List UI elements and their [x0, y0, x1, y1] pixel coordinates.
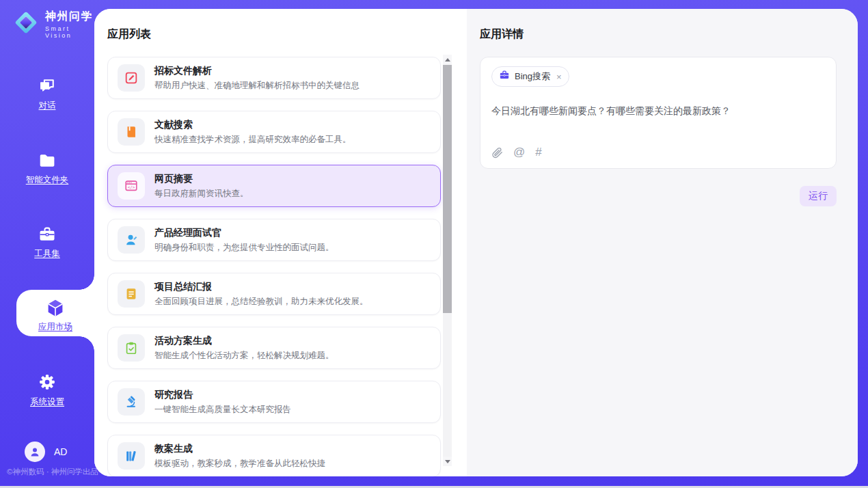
- app-card[interactable]: </>网页摘要每日政府新闻资讯快查。: [107, 165, 441, 207]
- app-card-title: 产品经理面试官: [154, 227, 334, 239]
- brand-logo: 神州问学 Smart Vision: [12, 9, 94, 39]
- sidebar-item-label: 对话: [39, 100, 56, 111]
- app-card-desc: 帮助用户快速、准确地理解和解析招标书中的关键信息: [154, 80, 360, 91]
- sidebar: 神州问学 Smart Vision 对话智能文件夹工具集应用市场系统设置 AD …: [0, 0, 94, 488]
- run-button[interactable]: 运行: [800, 186, 837, 206]
- app-card-desc: 模板驱动，教案秒成，教学准备从此轻松快捷: [154, 458, 325, 469]
- web-code-icon: </>: [118, 172, 145, 200]
- app-card-title: 文献搜索: [154, 119, 351, 131]
- app-card-desc: 明确身份和职责，为您提供专业性的面试问题。: [154, 242, 334, 253]
- sidebar-item-label: 系统设置: [30, 396, 64, 408]
- app-card[interactable]: 项目总结汇报全面回顾项目进展，总结经验教训，助力未来优化发展。: [107, 273, 441, 315]
- svg-text:</>: </>: [128, 185, 135, 189]
- brand-subtitle: Smart Vision: [45, 25, 94, 39]
- chat-icon: [0, 77, 94, 97]
- scroll-up-button[interactable]: [443, 55, 452, 64]
- folder-icon: [0, 151, 94, 172]
- brand-name: 神州问学: [45, 10, 94, 24]
- at-icon[interactable]: @: [513, 146, 525, 159]
- app-list-title: 应用列表: [107, 27, 467, 42]
- app-card[interactable]: 招标文件解析帮助用户快速、准确地理解和解析招标书中的关键信息: [107, 57, 441, 99]
- sidebar-item-label: 智能文件夹: [26, 174, 69, 186]
- app-card-desc: 一键智能生成高质量长文本研究报告: [154, 404, 291, 415]
- app-card-title: 研究报告: [154, 389, 291, 401]
- sidebar-item-chat[interactable]: 对话: [0, 77, 94, 111]
- app-card[interactable]: 教案生成模板驱动，教案秒成，教学准备从此轻松快捷: [107, 435, 441, 476]
- app-window: 神州问学 Smart Vision 对话智能文件夹工具集应用市场系统设置 AD …: [0, 0, 868, 488]
- clipboard-check-icon: [118, 334, 145, 362]
- sidebar-item-label: 工具集: [34, 248, 60, 260]
- app-detail-title: 应用详情: [480, 27, 837, 42]
- app-card[interactable]: 研究报告一键智能生成高质量长文本研究报告: [107, 381, 441, 423]
- user-initials: AD: [54, 446, 67, 457]
- sidebar-item-smart-folders[interactable]: 智能文件夹: [0, 151, 94, 186]
- user-row[interactable]: AD: [25, 442, 67, 462]
- app-card-title: 项目总结汇报: [154, 281, 368, 293]
- paperclip-icon[interactable]: [491, 147, 503, 159]
- scroll-down-button[interactable]: [443, 457, 452, 466]
- app-card-desc: 智能生成个性化活动方案，轻松解决规划难题。: [154, 350, 334, 361]
- attachment-toolbar: @#: [491, 146, 542, 159]
- gear-icon: [0, 373, 94, 394]
- app-card-desc: 快速精准查找学术资源，提高研究效率的必备工具。: [154, 134, 351, 145]
- app-card-desc: 全面回顾项目进展，总结经验教训，助力未来优化发展。: [154, 296, 368, 307]
- tool-chip-label: Bing搜索: [515, 70, 550, 83]
- doc-lines-icon: [118, 280, 145, 308]
- scrollbar-thumb[interactable]: [443, 65, 452, 313]
- interviewer-icon: [118, 226, 145, 254]
- sidebar-item-system-settings[interactable]: 系统设置: [0, 373, 94, 408]
- app-card-title: 招标文件解析: [154, 65, 360, 77]
- app-card[interactable]: 活动方案生成智能生成个性化活动方案，轻松解决规划难题。: [107, 327, 441, 369]
- books-icon: [118, 442, 145, 470]
- app-card-title: 活动方案生成: [154, 335, 334, 347]
- sidebar-item-toolset[interactable]: 工具集: [0, 225, 94, 260]
- briefcase-icon: [499, 70, 510, 83]
- book-icon: [118, 118, 145, 146]
- app-card-list: 招标文件解析帮助用户快速、准确地理解和解析招标书中的关键信息文献搜索快速精准查找…: [107, 57, 441, 476]
- prompt-card: Bing搜索 × 今日湖北有哪些新闻要点？有哪些需要关注的最新政策？ @#: [480, 57, 837, 169]
- app-card[interactable]: 文献搜索快速精准查找学术资源，提高研究效率的必备工具。: [107, 111, 441, 153]
- triangle-up-icon: [445, 58, 450, 62]
- app-card-title: 教案生成: [154, 443, 325, 455]
- sidebar-item-label: 应用市场: [38, 321, 72, 333]
- brand-diamond-icon: [12, 9, 40, 39]
- microscope-icon: [118, 388, 145, 416]
- sidebar-item-app-market[interactable]: 应用市场: [16, 290, 94, 336]
- avatar[interactable]: [25, 442, 45, 462]
- app-card[interactable]: 产品经理面试官明确身份和职责，为您提供专业性的面试问题。: [107, 219, 441, 261]
- triangle-down-icon: [445, 460, 450, 463]
- app-card-title: 网页摘要: [154, 173, 249, 185]
- person-icon: [29, 446, 41, 458]
- cube-icon: [16, 298, 94, 318]
- copyright-text: ©神州数码 · 神州问学出品: [7, 467, 98, 477]
- scrollbar[interactable]: [443, 55, 452, 466]
- app-detail-panel: 应用详情 Bing搜索 × 今日湖北有哪些新闻要点？有哪些需要关注的最新政: [467, 9, 858, 476]
- hash-icon[interactable]: #: [535, 146, 541, 159]
- close-icon[interactable]: ×: [556, 72, 562, 82]
- doc-edit-icon: [118, 64, 145, 92]
- main-content: 应用列表 招标文件解析帮助用户快速、准确地理解和解析招标书中的关键信息文献搜索快…: [94, 9, 858, 476]
- query-text[interactable]: 今日湖北有哪些新闻要点？有哪些需要关注的最新政策？: [491, 104, 825, 118]
- toolbox-icon: [0, 225, 94, 245]
- app-card-desc: 每日政府新闻资讯快查。: [154, 188, 249, 199]
- app-list-panel: 应用列表 招标文件解析帮助用户快速、准确地理解和解析招标书中的关键信息文献搜索快…: [94, 9, 467, 476]
- tool-chip-bing-search[interactable]: Bing搜索 ×: [491, 66, 569, 87]
